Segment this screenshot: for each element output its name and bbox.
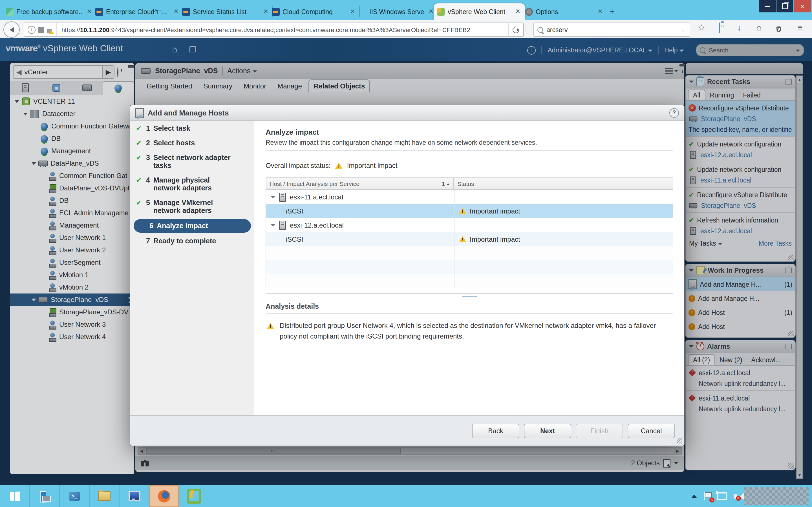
navigator-back-icon[interactable]: ◀ xyxy=(13,68,24,76)
dialog-resize-grip[interactable] xyxy=(677,438,682,444)
popout-icon[interactable] xyxy=(785,268,792,273)
export-caret-icon[interactable] xyxy=(674,462,678,464)
menu-hamburger-icon[interactable]: ≡ xyxy=(793,22,808,32)
wip-header[interactable]: Work In Progress xyxy=(686,264,795,277)
tree-item[interactable]: vMotion 1 xyxy=(10,269,134,281)
task-row[interactable]: ✔Reconfigure vSphere Distribute StorageP… xyxy=(686,187,795,213)
finish-button[interactable]: Finish xyxy=(576,424,623,438)
collapse-caret-icon[interactable] xyxy=(689,80,694,83)
tree-item[interactable]: Common Function Gat xyxy=(10,170,134,182)
popout-icon[interactable] xyxy=(785,344,792,349)
home-icon[interactable]: ⌂ xyxy=(752,22,766,32)
taskbar-remote-desktop[interactable] xyxy=(119,485,149,507)
tab-hosts-icon[interactable] xyxy=(10,81,41,95)
wip-item[interactable]: !Add Host(1) xyxy=(686,305,795,320)
table-row-service[interactable]: iSCSI !Important impact xyxy=(266,232,673,246)
browser-search-field[interactable]: arcserv → xyxy=(534,22,690,37)
tree-item[interactable]: User Network 3 xyxy=(10,318,134,331)
wizard-step[interactable]: ✔3Select network adapter tasks xyxy=(130,151,254,173)
popout-icon[interactable] xyxy=(785,79,792,84)
home-nav-icon[interactable]: ⌂ xyxy=(172,45,177,55)
window-close-button[interactable]: × xyxy=(794,0,811,12)
volume-muted-icon[interactable]: ✕ xyxy=(733,494,737,498)
taskbar-firefox-active[interactable] xyxy=(149,485,179,507)
panel-resize-grip[interactable] xyxy=(788,331,794,336)
wizard-step[interactable]: ✔2Select hosts xyxy=(130,136,254,151)
table-row-host[interactable]: esxi-12.a.ecl.local xyxy=(266,218,673,232)
panel-resize-grip[interactable] xyxy=(788,255,794,260)
wip-item[interactable]: Add and Manage H...(1) xyxy=(686,277,795,291)
tab-storage-icon[interactable] xyxy=(71,81,102,95)
panel-resize-grip[interactable] xyxy=(788,463,794,469)
dialog-title-bar[interactable]: Add and Manage Hosts ? xyxy=(130,105,684,121)
browser-tab[interactable]: Cloud Computing ✕ xyxy=(268,3,360,20)
tree-item[interactable]: DataPlane_vDS-DVUpl xyxy=(10,182,134,194)
scroll-up-icon[interactable]: ▲ xyxy=(797,76,802,83)
taskbar-powershell[interactable]: >_ xyxy=(60,485,90,507)
tray-expand-icon[interactable] xyxy=(691,494,697,498)
tree-item[interactable]: User Network 4 xyxy=(10,331,134,343)
tray-clock-redacted[interactable] xyxy=(744,487,809,505)
insecure-lock-icon[interactable] xyxy=(46,26,53,33)
window-minimize-button[interactable] xyxy=(759,0,776,12)
table-splitter-handle[interactable] xyxy=(266,293,673,298)
bookmark-star-icon[interactable]: ☆ xyxy=(694,22,709,33)
tree-item[interactable]: DataPlane_vDS xyxy=(10,157,134,170)
alarms-tab-all[interactable]: All (2) xyxy=(688,354,715,365)
tab-close-icon[interactable]: ✕ xyxy=(597,8,604,15)
table-row-host[interactable]: esxi-11.a.ecl.local xyxy=(266,190,673,204)
tab-manage[interactable]: Manage xyxy=(273,80,306,93)
recent-tasks-header[interactable]: Recent Tasks xyxy=(686,75,795,89)
help-menu[interactable]: Help xyxy=(664,47,684,54)
taskbar-server-manager[interactable] xyxy=(30,485,60,507)
browser-tab[interactable]: Enterprise Cloud^□... ✕ xyxy=(92,3,183,20)
task-target-link[interactable]: StoragePlane_vDS xyxy=(701,115,756,122)
wizard-step[interactable]: ✔5Manage VMkernel network adapters xyxy=(130,195,254,218)
alarms-tab-acknowledged[interactable]: Acknowl... xyxy=(747,355,785,365)
browser-back-button[interactable] xyxy=(3,21,20,38)
task-target-link[interactable]: StoragePlane_vDS xyxy=(701,202,756,209)
tree-item[interactable]: UserSegment xyxy=(10,256,134,269)
cancel-button[interactable]: Cancel xyxy=(627,424,675,438)
navigator-history-icon[interactable] xyxy=(117,67,118,78)
start-button[interactable] xyxy=(0,485,30,507)
wizard-step-active[interactable]: 6Analyze impact xyxy=(134,219,251,233)
task-row[interactable]: ✔Update network configuration esxi-12.a.… xyxy=(686,137,795,162)
browser-tab[interactable]: IIS Windows Server ✕ xyxy=(355,3,438,20)
scroll-right-icon[interactable]: ▶ xyxy=(674,448,681,454)
tree-item[interactable]: ECL Admin Manageme xyxy=(10,207,134,219)
scroll-left-icon[interactable]: ◀ xyxy=(138,448,145,454)
wizard-step[interactable]: 7Ready to complete xyxy=(130,234,254,248)
window-restore-button[interactable] xyxy=(776,0,794,12)
task-row[interactable]: ✔Update network configuration esxi-11.a.… xyxy=(686,162,795,187)
browser-tab-active[interactable]: vSphere Web Client ✕ xyxy=(434,3,525,20)
tree-item[interactable]: User Network 1 xyxy=(10,231,134,244)
actions-menu[interactable]: Actions xyxy=(227,67,257,75)
taskbar-vsphere-client[interactable] xyxy=(179,485,209,507)
action-center-flag-icon[interactable]: ✕ xyxy=(704,492,711,500)
scrollbar-thumb[interactable] xyxy=(146,448,401,454)
wip-item[interactable]: !Add Host xyxy=(686,320,795,334)
alarms-header[interactable]: Alarms xyxy=(686,340,795,353)
tree-item[interactable]: Management xyxy=(10,219,134,231)
navigator-bar[interactable]: ◀ vCenter ▶ xyxy=(13,65,114,79)
tasks-tab-running[interactable]: Running xyxy=(705,90,739,100)
network-status-icon[interactable] xyxy=(717,492,727,500)
more-tasks-link[interactable]: More Tasks xyxy=(759,240,792,247)
global-search-field[interactable]: Search xyxy=(696,44,804,56)
tree-item[interactable]: Datacenter xyxy=(10,108,134,120)
taskbar-file-explorer[interactable] xyxy=(90,485,119,507)
table-row-service-selected[interactable]: iSCSI !Important impact xyxy=(266,204,673,218)
pocket-shield-icon[interactable]: ∨ xyxy=(771,23,786,33)
tree-item[interactable]: StoragePlane_vDS-DV xyxy=(10,306,134,318)
tab-related-objects[interactable]: Related Objects xyxy=(309,79,370,93)
alarm-row[interactable]: esxi-12.a.ecl.local Network uplink redun… xyxy=(686,365,795,391)
downloads-icon[interactable]: ↓ xyxy=(732,22,747,32)
sidebar-scrollbar[interactable]: ▲ ▼ xyxy=(796,75,803,479)
extension-icon[interactable] xyxy=(38,27,44,33)
my-tasks-menu[interactable]: My Tasks xyxy=(689,240,722,247)
collapse-caret-icon[interactable] xyxy=(689,269,694,272)
navigator-forward-icon[interactable]: ▶ xyxy=(102,66,114,78)
tab-summary[interactable]: Summary xyxy=(199,80,237,93)
bookmarks-menu-icon[interactable] xyxy=(712,23,727,33)
